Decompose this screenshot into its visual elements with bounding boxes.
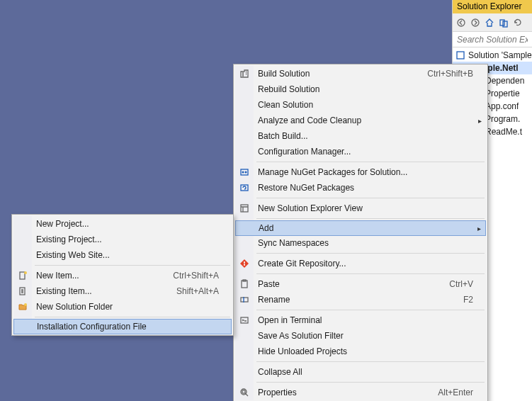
menu-item-open-in-terminal[interactable]: Open in Terminal	[235, 312, 486, 328]
menu-item-hide-unloaded-projects[interactable]: Hide Unloaded Projects	[235, 344, 486, 359]
menu-item-label: Existing Item...	[36, 286, 92, 296]
menu-separator	[256, 273, 485, 274]
menu-separator	[256, 162, 485, 162]
menu-item-new-item[interactable]: New Item...Ctrl+Shift+A	[13, 268, 232, 283]
menu-item-new-solution-explorer-view[interactable]: New Solution Explorer View	[235, 200, 486, 216]
menu-item-configuration-manager[interactable]: Configuration Manager...	[235, 144, 486, 159]
back-icon[interactable]	[455, 16, 468, 29]
menu-item-add[interactable]: Add	[235, 220, 486, 236]
menu-item-rename[interactable]: RenameF2	[235, 292, 486, 307]
menu-item-label: Properties	[258, 388, 297, 397]
menu-item-label: New Solution Folder	[36, 302, 113, 312]
svg-point-12	[245, 171, 247, 174]
menu-item-label: New Solution Explorer View	[258, 203, 363, 213]
menu-item-build-solution[interactable]: Build SolutionCtrl+Shift+B	[235, 66, 486, 81]
svg-point-23	[24, 271, 27, 274]
new-item-icon	[17, 270, 28, 281]
menu-item-label: Clean Solution	[258, 100, 313, 110]
menu-item-label: Save As Solution Filter	[258, 331, 344, 341]
solution-context-menu: Build SolutionCtrl+Shift+BRebuild Soluti…	[233, 64, 488, 401]
build-icon	[239, 68, 250, 79]
menu-separator	[256, 310, 485, 310]
menu-item-shortcut: F2	[463, 295, 473, 305]
menu-separator	[256, 382, 485, 383]
menu-item-restore-nuget-packages[interactable]: Restore NuGet Packages	[235, 180, 486, 196]
menu-item-shortcut: Ctrl+V	[449, 279, 473, 289]
rename-icon	[239, 294, 250, 305]
menu-separator	[256, 361, 485, 362]
menu-item-new-solution-folder[interactable]: New Solution Folder	[13, 299, 232, 315]
menu-item-label: Add	[259, 223, 273, 233]
menu-item-label: Hide Unloaded Projects	[258, 346, 347, 356]
svg-rect-3	[503, 21, 507, 27]
home-icon[interactable]	[483, 16, 496, 29]
menu-separator	[256, 218, 485, 219]
menu-item-label: Sync Namespaces	[258, 238, 329, 248]
menu-item-installation-configuration-file[interactable]: Installation Configuration File	[13, 319, 232, 334]
existing-item-icon	[17, 286, 28, 297]
svg-point-25	[24, 303, 27, 306]
solution-icon	[455, 50, 465, 60]
nuget-icon	[239, 166, 250, 178]
menu-item-label: Rename	[258, 295, 290, 305]
properties-icon	[239, 387, 250, 398]
svg-rect-2	[500, 20, 504, 26]
menu-separator	[256, 253, 485, 254]
menu-item-label: Configuration Manager...	[258, 147, 351, 157]
menu-item-shortcut: Alt+Enter	[438, 388, 473, 397]
menu-item-shortcut: Shift+Alt+A	[176, 286, 219, 296]
menu-item-label: Manage NuGet Packages for Solution...	[258, 167, 407, 177]
menu-item-label: Collapse All	[258, 367, 302, 377]
menu-item-existing-web-site[interactable]: Existing Web Site...	[13, 247, 232, 263]
menu-item-label: Existing Web Site...	[36, 250, 110, 260]
refresh-icon[interactable]	[511, 16, 524, 29]
add-submenu: New Project...Existing Project...Existin…	[11, 214, 234, 336]
svg-rect-22	[20, 272, 25, 279]
svg-rect-19	[241, 298, 248, 302]
menu-item-label: Rebuild Solution	[258, 84, 319, 94]
solution-explorer-search[interactable]	[453, 32, 532, 47]
menu-item-sync-namespaces[interactable]: Sync Namespaces	[235, 235, 486, 251]
menu-item-label: Create Git Repository...	[258, 259, 346, 269]
menu-item-batch-build[interactable]: Batch Build...	[235, 128, 486, 144]
terminal-icon	[239, 315, 250, 326]
menu-item-label: New Project...	[36, 219, 89, 229]
new-view-icon	[239, 203, 250, 214]
svg-rect-4	[457, 52, 464, 59]
menu-item-analyze-and-code-cleanup[interactable]: Analyze and Code Cleanup	[235, 113, 486, 128]
menu-item-label: Installation Configuration File	[37, 322, 147, 332]
menu-item-existing-project[interactable]: Existing Project...	[13, 232, 232, 247]
menu-item-label: Paste	[258, 279, 280, 289]
menu-item-label: Analyze and Code Cleanup	[258, 115, 361, 125]
menu-item-properties[interactable]: PropertiesAlt+Enter	[235, 385, 486, 400]
menu-item-label: Restore NuGet Packages	[258, 183, 354, 193]
menu-item-save-as-solution-filter[interactable]: Save As Solution Filter	[235, 328, 486, 344]
solution-node[interactable]: Solution 'Sample	[453, 49, 532, 62]
solution-explorer-toolbar	[453, 13, 532, 32]
svg-rect-14	[241, 205, 248, 212]
solution-explorer-title: Solution Explorer	[453, 0, 532, 13]
menu-item-manage-nuget-packages-for-solution[interactable]: Manage NuGet Packages for Solution...	[235, 164, 486, 180]
menu-item-create-git-repository[interactable]: Create Git Repository...	[235, 256, 486, 271]
forward-icon[interactable]	[469, 16, 482, 29]
menu-item-rebuild-solution[interactable]: Rebuild Solution	[235, 81, 486, 97]
menu-item-shortcut: Ctrl+Shift+B	[427, 69, 473, 79]
menu-item-label: New Item...	[36, 271, 79, 281]
menu-item-new-project[interactable]: New Project...	[13, 216, 232, 232]
menu-separator	[256, 198, 485, 198]
git-icon	[239, 258, 250, 269]
svg-rect-21	[242, 390, 245, 393]
svg-point-0	[458, 19, 465, 26]
menu-item-label: Batch Build...	[258, 131, 308, 141]
menu-item-clean-solution[interactable]: Clean Solution	[235, 97, 486, 113]
menu-item-existing-item[interactable]: Existing Item...Shift+Alt+A	[13, 283, 232, 299]
restore-nuget-icon	[239, 182, 250, 193]
svg-point-11	[242, 171, 244, 174]
menu-item-paste[interactable]: PasteCtrl+V	[235, 276, 486, 292]
menu-item-collapse-all[interactable]: Collapse All	[235, 364, 486, 380]
menu-item-shortcut: Ctrl+Shift+A	[173, 271, 219, 281]
menu-item-label: Open in Terminal	[258, 315, 322, 325]
switch-view-icon[interactable]	[497, 16, 510, 29]
paste-icon	[239, 278, 250, 290]
menu-separator	[35, 265, 230, 266]
